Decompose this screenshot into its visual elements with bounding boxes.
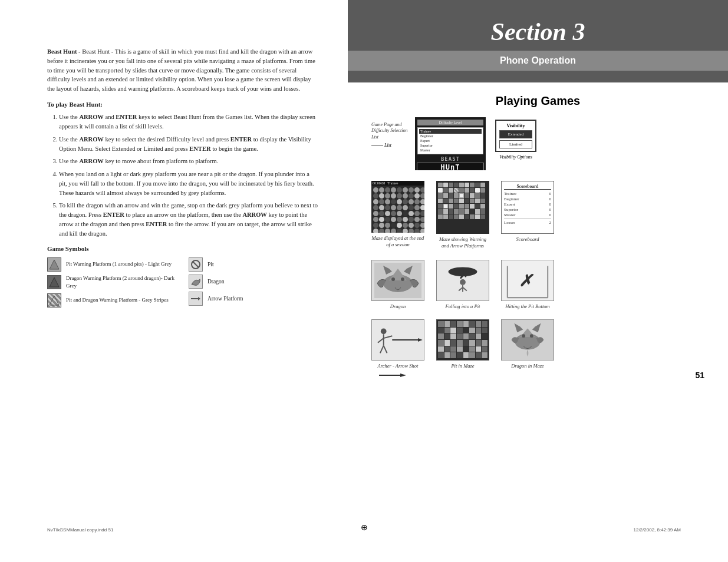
m2-dot xyxy=(459,193,464,198)
dot xyxy=(420,223,424,228)
dot xyxy=(391,205,396,210)
dot xyxy=(385,217,390,222)
pit-dragon-warning-label: Pit and Dragon Warning Platform - Grey S… xyxy=(66,296,169,305)
dot xyxy=(420,211,424,216)
dot xyxy=(414,223,420,228)
maze-screen-1 xyxy=(371,186,424,233)
sb-expert-value: 0 xyxy=(549,202,552,207)
sb-row-superior: Superior 0 xyxy=(504,207,551,212)
m2-dot xyxy=(465,199,469,203)
m2-dot xyxy=(438,214,443,219)
dot xyxy=(409,187,414,193)
dot xyxy=(414,187,420,193)
pm xyxy=(476,333,482,339)
sb-expert-label: Expert xyxy=(504,202,515,207)
sb-row-expert: Expert 0 xyxy=(504,202,551,207)
step-2: Use the ARROW key to select the desired … xyxy=(59,135,318,154)
m2-dot xyxy=(465,183,469,187)
dot xyxy=(385,205,390,210)
dot xyxy=(397,187,402,193)
maze2-dots-grid xyxy=(436,181,489,232)
visibility-options-label: Visibility Options xyxy=(499,154,532,160)
m2-dot xyxy=(475,204,480,209)
section-number: Section 3 xyxy=(371,18,704,46)
callout-labels: Game Page and Difficulty Selection List … xyxy=(371,122,413,148)
dot xyxy=(373,229,378,233)
difficulty-list: Trainee Beginner Expert Superior Master xyxy=(417,127,483,154)
svg-line-4 xyxy=(193,262,199,267)
falling-label-caption: Falling into a Pit xyxy=(446,303,480,310)
maze-timer-bar: 00:00:08 Trainee xyxy=(371,181,424,186)
symbols-left-col: Pit Warning Platform (1 around pits) - L… xyxy=(47,257,177,310)
dot xyxy=(414,217,420,222)
dot xyxy=(409,199,414,204)
m2-dot xyxy=(438,199,443,203)
file-info-left-text: NvTIkGSMManual copy.indd 51 xyxy=(47,527,113,533)
dot xyxy=(391,193,396,199)
pm xyxy=(463,346,469,352)
pm xyxy=(469,333,475,339)
pm xyxy=(457,333,463,339)
beast-hunt-title-inline: Beast Hunt - xyxy=(47,48,81,55)
pit-warning-label: Pit Warning Platform (1 around pits) - L… xyxy=(66,260,172,269)
pm xyxy=(444,321,450,327)
m2-dot xyxy=(480,209,485,214)
step-5: To kill the dragon with an arrow and win… xyxy=(59,201,318,238)
dot xyxy=(385,229,390,233)
pit-maze-label-caption: Pit in Maze xyxy=(451,363,474,369)
sb-master-label: Master xyxy=(504,213,515,217)
footer-file-info-left: NvTIkGSMManual copy.indd 51 xyxy=(47,527,113,533)
m2-dot xyxy=(470,209,475,214)
symbol-row-3: Pit and Dragon Warning Platform - Grey S… xyxy=(47,293,177,308)
footer-file-info-right: 12/2/2002, 8:42:39 AM xyxy=(633,527,681,533)
dot xyxy=(379,199,384,204)
sb-trainee-value: 0 xyxy=(549,191,552,196)
dot xyxy=(373,217,378,222)
svg-marker-2 xyxy=(50,296,59,305)
games-row-4: Archer - Arrow Shot xyxy=(371,319,704,380)
falling-picture: ✗ xyxy=(436,260,489,301)
step-1: Use the ARROW and ENTER keys to select B… xyxy=(59,113,318,131)
dot xyxy=(414,199,420,204)
dot xyxy=(391,229,396,233)
arrow-platform-icon xyxy=(189,292,203,306)
falling-item: ✗ Falling into a Pit xyxy=(436,260,489,310)
maze-label-2: Maze showing Warning and Arrow Platforms xyxy=(436,236,489,249)
m2-dot xyxy=(459,214,464,219)
m2-dot xyxy=(475,183,480,187)
dot xyxy=(379,187,384,193)
m2-dot xyxy=(443,214,448,219)
symbol-row-2: Dragon Warning Platform (2 around dragon… xyxy=(47,275,177,290)
sb-row-losses: Losses 2 xyxy=(504,219,551,225)
hitting-label-caption: Hitting the Pit Bottom xyxy=(505,303,549,310)
m2-dot xyxy=(470,188,475,193)
diff-expert: Expert xyxy=(419,138,482,143)
pm xyxy=(444,333,450,339)
maze1-with-timer: 00:00:08 Trainee xyxy=(371,181,424,233)
archer-picture xyxy=(371,319,424,361)
archer-label-caption: Archer - Arrow Shot xyxy=(378,363,419,380)
dot xyxy=(403,205,408,210)
m2-dot xyxy=(443,209,448,214)
maze-dots-grid xyxy=(371,186,424,233)
m2-dot xyxy=(443,204,448,209)
dot xyxy=(403,199,408,204)
symbol-row-arrow: Arrow Platform xyxy=(189,292,318,306)
dot xyxy=(403,229,408,233)
pm xyxy=(476,321,482,327)
dot xyxy=(385,223,390,228)
m2-dot xyxy=(480,193,485,198)
scoreboard-title: Scoreboard xyxy=(504,184,551,190)
m2-dot xyxy=(475,209,480,214)
games-row-1: Game Page and Difficulty Selection List … xyxy=(371,117,704,170)
beast-hunt-text-area: BEAST xyxy=(416,156,485,162)
intro-paragraph: Beast Hunt - Beast Hunt - This is a game… xyxy=(47,47,318,94)
trainee-text: Trainee xyxy=(387,181,398,185)
pm xyxy=(482,340,487,346)
arrow-platform-label: Arrow Platform xyxy=(207,295,243,303)
m2-dot xyxy=(454,188,459,193)
pm xyxy=(469,328,475,333)
pit-label: Pit xyxy=(207,260,214,269)
m2-dot xyxy=(454,209,459,214)
page-number: 51 xyxy=(695,371,704,380)
